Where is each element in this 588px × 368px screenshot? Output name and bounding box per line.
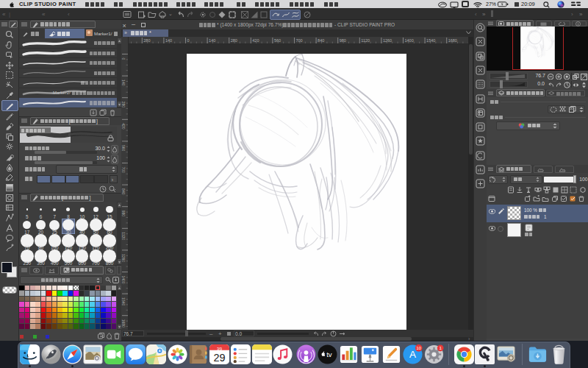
svg-text:1400: 1400 <box>405 38 414 43</box>
svg-text:29: 29 <box>213 352 225 364</box>
svg-text:700: 700 <box>121 166 126 173</box>
svg-text:420: 420 <box>252 38 259 43</box>
svg-text:0: 0 <box>187 38 190 43</box>
svg-text:1260: 1260 <box>383 38 392 43</box>
svg-text:560: 560 <box>121 144 126 151</box>
svg-text:A: A <box>409 349 415 360</box>
svg-text:140: 140 <box>121 79 126 86</box>
svg-text:1120: 1120 <box>361 38 370 43</box>
svg-text:980: 980 <box>340 38 346 43</box>
svg-text:1540: 1540 <box>121 297 126 305</box>
svg-text:700: 700 <box>296 38 303 43</box>
svg-text:980: 980 <box>121 210 126 216</box>
svg-text:1260: 1260 <box>121 253 126 261</box>
svg-text:840: 840 <box>121 188 126 195</box>
svg-text:1120: 1120 <box>121 232 126 240</box>
svg-text:1680: 1680 <box>448 38 457 43</box>
svg-text:280: 280 <box>121 101 126 107</box>
svg-text:840: 840 <box>318 38 324 43</box>
svg-text:420: 420 <box>121 123 126 130</box>
svg-text:280: 280 <box>143 38 150 43</box>
svg-text:tv: tv <box>326 350 332 358</box>
svg-text:1540: 1540 <box>426 38 435 43</box>
svg-text:560: 560 <box>274 38 281 43</box>
svg-text:1680: 1680 <box>121 319 126 327</box>
svg-text:1400: 1400 <box>121 275 126 283</box>
svg-text:0: 0 <box>121 57 126 60</box>
svg-text:140: 140 <box>165 38 172 43</box>
svg-text:280: 280 <box>231 38 237 43</box>
svg-text:1: 1 <box>439 344 442 350</box>
svg-text:10: 10 <box>416 345 420 350</box>
svg-text:3/9: 3/9 <box>217 347 222 350</box>
svg-text:140: 140 <box>209 38 215 43</box>
